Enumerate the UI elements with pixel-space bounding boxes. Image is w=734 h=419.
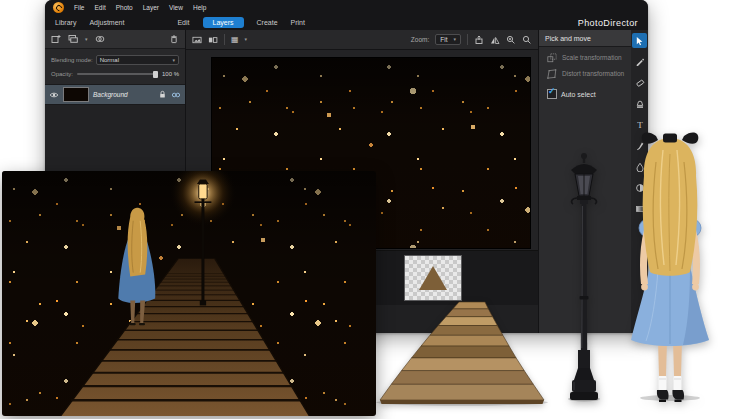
zoom-label: Zoom: <box>411 36 429 43</box>
opacity-label: Opacity: <box>51 71 73 77</box>
menu-help[interactable]: Help <box>193 4 206 11</box>
toolbar-divider <box>467 34 468 45</box>
zoom-value: Fit <box>440 36 447 43</box>
chevron-down-icon: ▾ <box>85 37 88 42</box>
checkbox-box[interactable]: ✓ <box>547 89 557 99</box>
menu-layer[interactable]: Layer <box>143 4 159 11</box>
wooden-path-cutout <box>372 296 552 406</box>
eraser-tool-button[interactable] <box>632 75 647 90</box>
pick-tool-button[interactable] <box>632 33 647 48</box>
scale-transform-icon <box>547 53 557 63</box>
menu-file[interactable]: File <box>74 4 84 11</box>
boardwalk <box>61 259 310 416</box>
check-icon: ✓ <box>548 86 556 96</box>
single-view-icon[interactable] <box>192 35 202 45</box>
clone-tool-button[interactable] <box>632 96 647 111</box>
app-brand: PhotoDirector <box>578 18 638 28</box>
distort-transform-label: Distort transformation <box>562 70 624 78</box>
compare-view-icon[interactable] <box>208 35 218 45</box>
lock-icon[interactable] <box>157 90 167 100</box>
thumbnail-3[interactable] <box>404 255 462 301</box>
opacity-value: 100 % <box>162 71 179 77</box>
opacity-slider[interactable] <box>77 73 158 75</box>
tab-create[interactable]: Create <box>257 19 278 26</box>
pick-move-title: Pick and move <box>545 35 591 42</box>
scale-transformation-button[interactable]: Scale transformation <box>547 53 625 63</box>
auto-select-checkbox[interactable]: ✓ Auto select <box>547 89 625 99</box>
menu-edit[interactable]: Edit <box>94 4 105 11</box>
toolbar-divider <box>224 34 225 45</box>
export-icon[interactable] <box>474 35 484 45</box>
hair-bow <box>642 133 699 144</box>
tab-print[interactable]: Print <box>291 19 305 26</box>
auto-select-label: Auto select <box>561 91 596 98</box>
tab-edit[interactable]: Edit <box>177 19 189 26</box>
composite-photo <box>2 171 376 416</box>
new-layer-icon[interactable] <box>51 34 61 44</box>
flip-icon[interactable] <box>490 35 500 45</box>
pen-tool-button[interactable] <box>632 54 647 69</box>
marketing-page: File Edit Photo Layer View Help Library … <box>0 0 734 419</box>
layer-row-background[interactable]: Background <box>45 85 185 105</box>
photo-scene <box>2 171 376 416</box>
layers-panel-toolbar: ▾ <box>45 30 185 49</box>
trash-icon[interactable] <box>169 34 179 44</box>
path-layer-preview <box>419 266 447 290</box>
distort-transformation-button[interactable]: Distort transformation <box>547 69 625 79</box>
opacity-slider-handle[interactable] <box>153 71 158 78</box>
zoom-select[interactable]: Fit ▾ <box>435 34 461 45</box>
layer-menu-icon[interactable] <box>68 34 78 44</box>
chevron-down-icon: ▾ <box>245 37 248 42</box>
layer-thumbnail[interactable] <box>63 87 89 102</box>
tab-library[interactable]: Library <box>55 19 76 26</box>
blending-mode-label: Blending mode: <box>51 57 93 63</box>
blending-mode-select[interactable]: Normal ▾ <box>96 55 179 65</box>
menu-bar: File Edit Photo Layer View Help <box>45 0 648 15</box>
chevron-down-icon: ▾ <box>172 58 175 63</box>
scale-transform-label: Scale transformation <box>562 54 622 62</box>
opacity-row: Opacity: 100 % <box>51 71 179 77</box>
distort-transform-icon <box>547 69 557 79</box>
tab-layers[interactable]: Layers <box>203 17 244 28</box>
zoom-in-icon[interactable] <box>506 35 516 45</box>
eye-icon[interactable] <box>49 90 59 100</box>
module-tab-bar: Library Adjustment Edit Layers Create Pr… <box>45 15 648 30</box>
link-icon[interactable] <box>171 90 181 100</box>
layer-name: Background <box>93 91 153 98</box>
zoom-tool-icon[interactable] <box>522 35 532 45</box>
blending-mode-value: Normal <box>100 57 119 63</box>
chevron-down-icon: ▾ <box>453 37 456 42</box>
cyberlink-logo-icon[interactable] <box>53 2 64 13</box>
pick-move-header: Pick and move <box>539 30 631 47</box>
tab-adjustment[interactable]: Adjustment <box>89 19 124 26</box>
blending-mode-row: Blending mode: Normal ▾ <box>51 55 179 65</box>
menu-photo[interactable]: Photo <box>116 4 133 11</box>
menu-view[interactable]: View <box>169 4 183 11</box>
girl-cutout <box>606 128 734 403</box>
blend-icon[interactable] <box>95 34 105 44</box>
grid-icon[interactable]: ▦ <box>231 36 239 44</box>
canvas-toolbar: ▦ ▾ Zoom: Fit ▾ <box>186 30 538 50</box>
